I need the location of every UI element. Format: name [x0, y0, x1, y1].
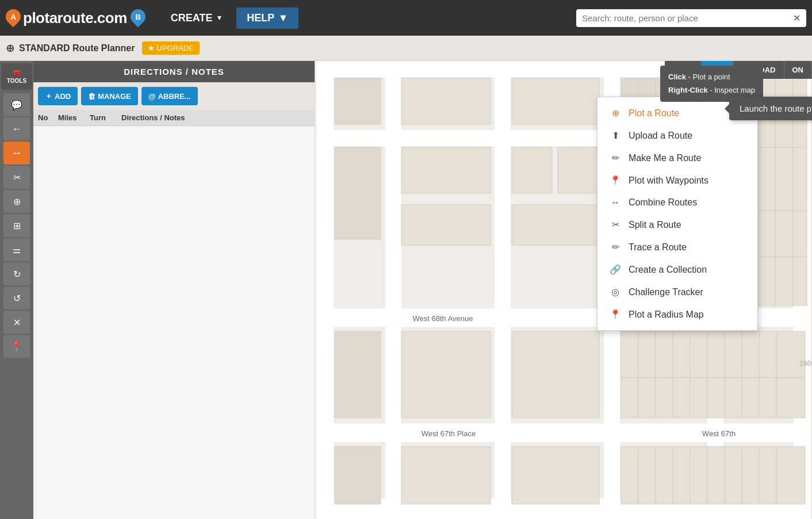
map-marker-button[interactable]: 📍: [3, 335, 30, 358]
left-toolbar: 🧰 TOOLS 💬 ← ↔ ✂ ⊕ ⊞ ⚌ ↻ ↺ ✕: [0, 61, 33, 519]
svg-rect-19: [558, 147, 599, 193]
directions-actions: ＋ ADD 🗑 MANAGE @ ABBRE...: [33, 82, 315, 110]
svg-rect-51: [335, 447, 381, 504]
search-container: ✕: [576, 9, 806, 27]
menu-item-plot-waypoints[interactable]: 📍 Plot with Waypoints: [597, 169, 757, 192]
help-nav-button[interactable]: HELP ▼: [236, 7, 298, 29]
manage-icon: 🗑: [88, 92, 95, 101]
route-planner-title: ⊕ STANDARD Route Planner: [6, 42, 135, 55]
svg-text:West 67th Place: West 67th Place: [422, 429, 476, 438]
menu-item-create-collection[interactable]: 🔗 Create a Collection: [597, 258, 757, 281]
close-button[interactable]: ✕: [3, 311, 30, 334]
refresh-button[interactable]: ↻: [3, 262, 30, 285]
col-turn-header: Turn: [90, 113, 121, 122]
svg-rect-2: [385, 61, 401, 519]
sub-header: ⊕ STANDARD Route Planner ★ UPGRADE: [0, 36, 812, 61]
svg-rect-1: [316, 61, 334, 519]
main-layout: 🧰 TOOLS 💬 ← ↔ ✂ ⊕ ⊞ ⚌ ↻ ↺ ✕: [0, 61, 812, 519]
refresh-icon: ↻: [13, 269, 21, 280]
marker-a-icon: A: [3, 6, 24, 28]
svg-rect-10: [316, 423, 811, 442]
svg-rect-17: [512, 78, 599, 124]
tools-briefcase-icon: 🧰: [13, 69, 21, 77]
menu-item-make-me-route[interactable]: ✏ Make Me a Route: [597, 147, 757, 169]
tools-button[interactable]: 🧰 TOOLS: [1, 63, 32, 90]
main-header: A plotaroute.com B CREATE ▼ HELP ▼ ✕: [0, 0, 812, 36]
svg-text:West 67th: West 67th: [702, 429, 736, 438]
logo-area: A plotaroute.com B: [6, 9, 145, 27]
logo-text: plotaroute.com: [23, 9, 127, 27]
create-arrow-icon: ▼: [216, 14, 223, 22]
col-miles-header: Miles: [58, 113, 90, 122]
make-me-route-icon: ✏: [609, 152, 622, 163]
menu-item-challenge-tracker[interactable]: ◎ Challenge Tracker: [597, 281, 757, 303]
close-icon: ✕: [13, 317, 21, 328]
abbreviate-button[interactable]: @ ABBRE...: [141, 87, 198, 105]
split-route-icon: ✂: [609, 219, 622, 230]
svg-rect-16: [401, 205, 491, 245]
crosshair-button[interactable]: ⊕: [3, 190, 30, 213]
svg-rect-52: [401, 447, 491, 504]
search-input[interactable]: [582, 13, 793, 23]
menu-item-radius-map[interactable]: 📍 Plot a Radius Map: [597, 303, 757, 326]
search-clear-icon[interactable]: ✕: [793, 13, 800, 24]
radius-map-icon: 📍: [609, 309, 622, 320]
star-icon: ★: [148, 44, 155, 52]
upload-route-icon: ⬆: [609, 130, 622, 141]
add-button[interactable]: ＋ ADD: [38, 87, 78, 105]
col-directions-header: Directions / Notes: [121, 113, 310, 122]
svg-rect-3: [495, 61, 511, 519]
svg-rect-18: [512, 147, 552, 193]
undo-button[interactable]: ↺: [3, 287, 30, 310]
undo-icon: ↺: [13, 293, 21, 304]
svg-rect-14: [401, 78, 491, 124]
arrows-h-button[interactable]: ↔: [3, 142, 30, 165]
help-arrow-icon: ▼: [278, 12, 288, 24]
crosshair-icon: ⊕: [13, 196, 21, 207]
chat-icon: 💬: [11, 100, 22, 110]
svg-rect-12: [335, 78, 381, 124]
create-nav-button[interactable]: CREATE ▼: [163, 7, 231, 29]
waypoints-icon: 📍: [609, 175, 622, 186]
on-button[interactable]: ON: [784, 61, 813, 79]
svg-text:West 68th Avenue: West 68th Avenue: [412, 314, 473, 323]
svg-rect-13: [335, 147, 381, 239]
svg-rect-38: [401, 331, 491, 418]
svg-rect-39: [512, 331, 599, 418]
menu-item-trace-route[interactable]: ✏ Trace a Route: [597, 236, 757, 258]
menu-item-upload-route[interactable]: ⬆ Upload a Route: [597, 124, 757, 147]
svg-rect-54: [621, 447, 805, 504]
directions-panel: DIRECTIONS / NOTES ＋ ADD 🗑 MANAGE @ ABBR…: [33, 61, 315, 519]
svg-rect-15: [401, 147, 491, 193]
map-area[interactable]: Click - Plot a point Right-Click - Inspe…: [315, 61, 812, 519]
create-collection-icon: 🔗: [609, 264, 622, 275]
at-icon: @: [148, 92, 156, 101]
crop-button[interactable]: ⊞: [3, 214, 30, 237]
standard-label: STANDARD Route Planner: [19, 43, 135, 54]
directions-header: DIRECTIONS / NOTES: [33, 61, 315, 82]
arrow-left-icon: ←: [12, 123, 22, 135]
equalizer-button[interactable]: ⚌: [3, 238, 30, 261]
marker-b-icon: B: [127, 6, 148, 28]
menu-item-split-route[interactable]: ✂ Split a Route: [597, 213, 757, 236]
dropdown-menu: ⊕ Plot a Route ⬆ Upload a Route ✏ Make M…: [597, 97, 758, 331]
scissors-icon: ✂: [13, 172, 21, 183]
scissors-button[interactable]: ✂: [3, 166, 30, 189]
plot-route-tooltip: Launch the route planner to plot a route: [729, 97, 812, 120]
compass-icon: ⊕: [6, 42, 14, 55]
map-marker-icon: 📍: [11, 341, 22, 352]
plus-icon: ＋: [45, 91, 52, 101]
manage-button[interactable]: 🗑 MANAGE: [81, 87, 138, 105]
upgrade-button[interactable]: ★ UPGRADE: [142, 41, 200, 55]
svg-rect-40: [621, 331, 805, 418]
menu-item-combine-routes[interactable]: ↔ Combine Routes: [597, 192, 757, 213]
arrows-h-icon: ↔: [12, 147, 22, 159]
crop-icon: ⊞: [13, 220, 21, 231]
arrow-left-button[interactable]: ←: [3, 117, 30, 140]
col-no-header: No: [38, 113, 58, 122]
equalizer-icon: ⚌: [13, 245, 21, 255]
plot-route-icon: ⊕: [609, 108, 622, 119]
trace-route-icon: ✏: [609, 242, 622, 253]
chat-button[interactable]: 💬: [3, 93, 30, 116]
svg-rect-37: [335, 331, 381, 418]
